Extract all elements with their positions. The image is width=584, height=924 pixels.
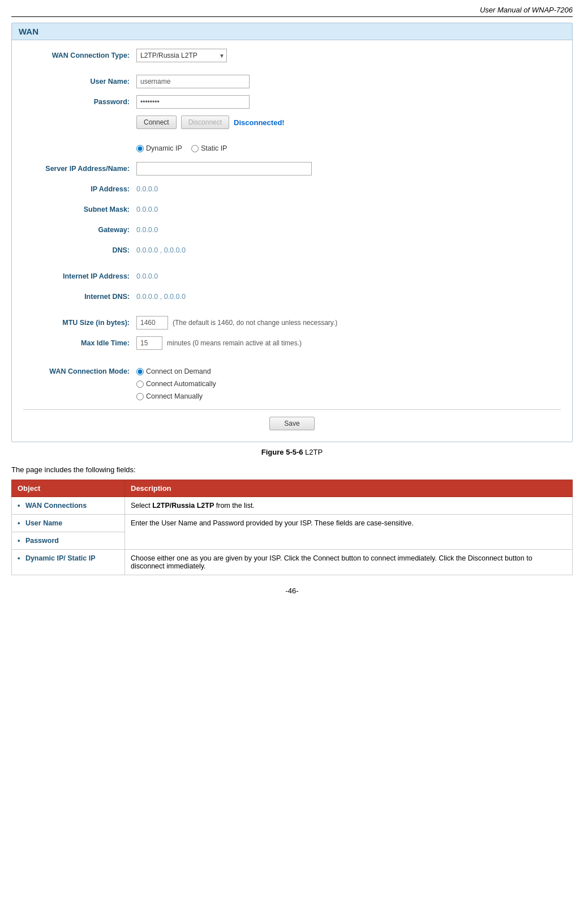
gateway-value: 0.0.0.0 [136,226,158,234]
dynamic-ip-label: Dynamic IP [146,144,182,152]
mode-auto-option[interactable]: Connect Automatically [136,380,216,388]
internet-ip-label: Internet IP Address: [23,272,136,280]
ip-address-label: IP Address: [23,185,136,193]
server-ip-label: Server IP Address/Name: [23,165,136,173]
mode-manual-radio[interactable] [136,393,144,400]
mode-demand-option[interactable]: Connect on Demand [136,367,216,375]
mtu-row: MTU Size (in bytes): (The default is 146… [23,315,561,330]
table-header-row: Object Description [12,480,573,497]
disconnect-button[interactable]: Disconnect [181,116,229,129]
internet-ip-value: 0.0.0.0 [136,272,158,280]
gateway-row: Gateway: 0.0.0.0 [23,223,561,237]
table-row: • User Name Enter the User Name and Pass… [12,515,573,532]
figure-label: Figure 5-5-6 [261,448,303,456]
ip-address-value: 0.0.0.0 [136,185,158,193]
wan-panel: WAN WAN Connection Type: L2TP/Russia L2T… [11,23,573,442]
user-name-label: User Name: [23,78,136,85]
password-label: Password: [23,98,136,106]
internet-dns-value: 0.0.0.0 , 0.0.0.0 [136,293,186,301]
ip-type-radio-group: Dynamic IP Static IP [136,144,227,152]
table-cell-object-password: • Password [12,532,125,550]
ip-address-row: IP Address: 0.0.0.0 [23,182,561,196]
figure-caption: Figure 5-5-6 L2TP [11,448,573,456]
table-cell-desc-dynamic: Choose either one as you are given by yo… [125,550,573,575]
wan-connection-type-dropdown-wrap: L2TP/Russia L2TP ▼ [136,49,225,62]
mode-manual-label: Connect Manually [146,392,203,400]
connect-row: Connect Disconnect Disconnected! [23,115,561,130]
mode-demand-radio[interactable] [136,368,144,375]
bullet-icon: • [18,537,20,545]
wan-mode-label: WAN Connection Mode: [23,367,136,375]
password-input[interactable] [136,95,250,109]
page-header: User Manual of WNAP-7206 [11,6,573,17]
dynamic-ip-option[interactable]: Dynamic IP [136,144,182,152]
bullet-icon: • [18,502,20,510]
server-ip-input[interactable] [136,162,312,176]
mode-auto-radio[interactable] [136,380,144,388]
disconnected-status: Disconnected! [234,118,285,127]
dynamic-desc-text: Choose either one as you are given by yo… [131,554,533,570]
table-row: • Dynamic IP/ Static IP Choose either on… [12,550,573,575]
table-obj-wan: WAN Connections [25,502,87,510]
gateway-label: Gateway: [23,226,136,234]
save-button[interactable]: Save [269,417,315,430]
internet-ip-row: Internet IP Address: 0.0.0.0 [23,269,561,284]
save-row: Save [23,409,561,430]
header-title: User Manual of WNAP-7206 [480,6,573,14]
table-obj-username: User Name [25,519,62,527]
mtu-input[interactable] [136,316,168,330]
mode-auto-label: Connect Automatically [146,380,216,388]
info-table: Object Description • WAN Connections Sel… [11,480,573,575]
ip-type-row: Dynamic IP Static IP [23,141,561,156]
l2tp-bold: L2TP/Russia L2TP [152,502,214,510]
user-name-input[interactable] [136,75,250,88]
figure-text: L2TP [303,448,323,456]
table-cell-desc-wan: Select L2TP/Russia L2TP from the list. [125,497,573,515]
table-obj-dynamic: Dynamic IP/ Static IP [25,554,96,562]
bullet-icon: • [18,554,20,562]
wan-mode-row: WAN Connection Mode: Connect on Demand C… [23,367,561,400]
username-desc-text: Enter the User Name and Password provide… [131,519,414,527]
static-ip-label: Static IP [201,144,227,152]
mtu-label: MTU Size (in bytes): [23,319,136,327]
table-cell-object-username: • User Name [12,515,125,532]
subnet-mask-row: Subnet Mask: 0.0.0.0 [23,202,561,217]
static-ip-radio[interactable] [191,145,199,152]
max-idle-note: minutes (0 means remain active at all ti… [167,339,302,347]
user-name-row: User Name: [23,74,561,89]
server-ip-row: Server IP Address/Name: [23,161,561,176]
static-ip-option[interactable]: Static IP [191,144,227,152]
dynamic-ip-radio[interactable] [136,145,144,152]
table-cell-object-dynamic: • Dynamic IP/ Static IP [12,550,125,575]
table-row: • WAN Connections Select L2TP/Russia L2T… [12,497,573,515]
wan-connection-type-label: WAN Connection Type: [23,52,136,59]
wan-mode-options: Connect on Demand Connect Automatically … [136,367,216,400]
wan-content: WAN Connection Type: L2TP/Russia L2TP ▼ … [12,40,572,442]
max-idle-input[interactable] [136,336,162,350]
wan-connection-type-row: WAN Connection Type: L2TP/Russia L2TP ▼ [23,48,561,63]
table-cell-desc-username: Enter the User Name and Password provide… [125,515,573,550]
max-idle-row: Max Idle Time: minutes (0 means remain a… [23,336,561,350]
wan-connection-type-select[interactable]: L2TP/Russia L2TP [136,49,227,62]
table-header-description: Description [125,480,573,497]
wan-title: WAN [12,23,572,40]
table-header-object: Object [12,480,125,497]
max-idle-label: Max Idle Time: [23,339,136,347]
subnet-mask-value: 0.0.0.0 [136,206,158,213]
dns-row: DNS: 0.0.0.0 , 0.0.0.0 [23,243,561,258]
table-cell-object-wan: • WAN Connections [12,497,125,515]
table-obj-password: Password [25,537,59,545]
page-description: The page includes the following fields: [11,465,573,474]
internet-dns-row: Internet DNS: 0.0.0.0 , 0.0.0.0 [23,289,561,304]
page-footer: -46- [11,587,573,595]
dns-value: 0.0.0.0 , 0.0.0.0 [136,246,186,254]
dns-label: DNS: [23,246,136,254]
mode-demand-label: Connect on Demand [146,367,211,375]
password-row: Password: [23,95,561,109]
mtu-note: (The default is 1460, do not change unle… [173,319,337,327]
page-number: -46- [285,587,298,595]
connect-button[interactable]: Connect [136,116,177,129]
internet-dns-label: Internet DNS: [23,293,136,301]
bullet-icon: • [18,519,20,527]
mode-manual-option[interactable]: Connect Manually [136,392,216,400]
